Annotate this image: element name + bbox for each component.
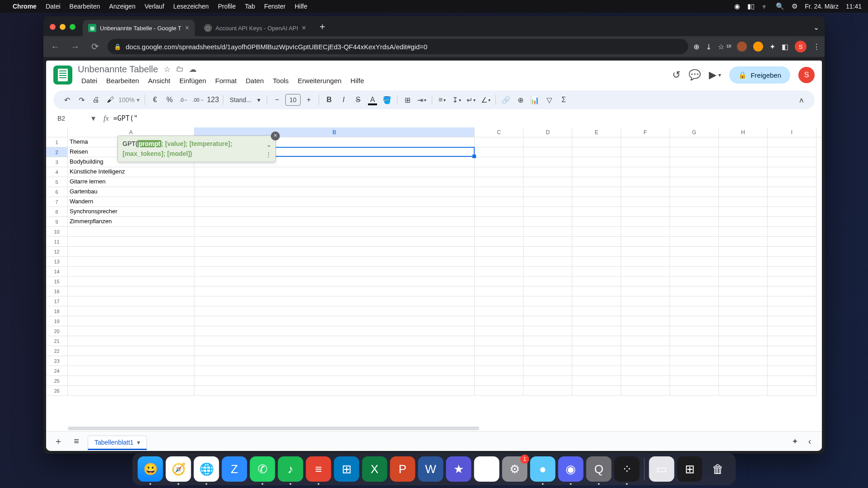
row-header[interactable]: 8 [46, 207, 68, 217]
cell[interactable] [670, 147, 719, 157]
cell[interactable] [768, 227, 816, 237]
cell[interactable] [670, 296, 719, 306]
cell[interactable] [475, 386, 524, 396]
cell[interactable] [194, 277, 475, 286]
tooltip-expand-icon[interactable]: ⌄ [266, 140, 272, 150]
cell[interactable] [194, 237, 475, 247]
cell[interactable] [670, 237, 719, 247]
menu-bearbeiten[interactable]: Bearbeiten [103, 75, 143, 86]
fill-color-button[interactable]: 🪣 [381, 93, 393, 107]
cell[interactable] [194, 267, 475, 277]
cell[interactable] [68, 237, 194, 247]
profile-avatar[interactable]: S [798, 67, 815, 83]
tab-close-icon[interactable]: × [185, 24, 189, 32]
cell[interactable] [719, 177, 768, 187]
cell[interactable] [621, 346, 670, 356]
paint-format-button[interactable]: 🖌 [104, 93, 117, 107]
cell[interactable] [524, 147, 572, 157]
cell[interactable] [621, 167, 670, 177]
menubar-item[interactable]: Tab [245, 3, 255, 10]
row-header[interactable]: 19 [46, 316, 68, 326]
menu-einfuegen[interactable]: Einfügen [176, 75, 210, 86]
cell[interactable] [719, 336, 768, 346]
new-tab-button[interactable]: ＋ [318, 20, 327, 33]
chrome-icon[interactable]: 🌐 [194, 456, 219, 482]
cell[interactable] [719, 227, 768, 237]
word-icon[interactable]: W [418, 456, 443, 482]
cell[interactable] [719, 167, 768, 177]
cell[interactable] [475, 227, 524, 237]
cell[interactable] [524, 326, 572, 336]
cell[interactable] [194, 286, 475, 296]
cell[interactable] [670, 306, 719, 316]
cell[interactable] [475, 147, 524, 157]
row-header[interactable]: 18 [46, 306, 68, 316]
cell[interactable] [670, 316, 719, 326]
column-header[interactable]: C [475, 127, 524, 137]
cell[interactable] [524, 247, 572, 257]
row-header[interactable]: 17 [46, 296, 68, 306]
cell[interactable] [768, 366, 816, 376]
cell[interactable] [768, 147, 816, 157]
cell[interactable] [719, 366, 768, 376]
install-app-icon[interactable]: ⤓ [706, 42, 712, 51]
cell[interactable] [194, 227, 475, 237]
cell[interactable] [524, 217, 572, 227]
spreadsheet-grid[interactable]: ABCDEFGHI 1Thema2Reisen3Bodybuilding4Kün… [46, 127, 822, 431]
cell[interactable] [768, 267, 816, 277]
cell[interactable] [670, 277, 719, 286]
italic-button[interactable]: I [337, 93, 350, 107]
cell[interactable] [719, 316, 768, 326]
functions-button[interactable]: Σ [557, 93, 570, 107]
column-header[interactable]: G [670, 127, 719, 137]
cell[interactable] [68, 257, 194, 267]
cell[interactable] [768, 277, 816, 286]
trello-icon[interactable]: ⊞ [334, 456, 359, 482]
column-header[interactable]: E [572, 127, 621, 137]
browser-tab-active[interactable]: ▦ Unbenannte Tabelle - Google T × [83, 20, 195, 36]
cell[interactable] [621, 386, 670, 396]
row-header[interactable]: 13 [46, 257, 68, 267]
imovie-icon[interactable]: ★ [446, 456, 472, 482]
percent-button[interactable]: % [163, 93, 176, 107]
cell[interactable] [768, 326, 816, 336]
cell[interactable] [524, 227, 572, 237]
cell[interactable] [768, 177, 816, 187]
todoist-icon[interactable]: ≡ [306, 456, 331, 482]
cell[interactable] [768, 137, 816, 147]
cell[interactable] [670, 366, 719, 376]
tooltip-menu-icon[interactable]: ⋮ [265, 150, 272, 160]
zoom-select[interactable]: 100%▾ [118, 96, 141, 103]
doc-title[interactable]: Unbenannte Tabelle [78, 64, 158, 75]
bold-button[interactable]: B [323, 93, 335, 107]
menubar-time[interactable]: 11:41 [846, 3, 862, 10]
cell[interactable] [572, 197, 621, 207]
cell[interactable] [621, 366, 670, 376]
cell[interactable] [768, 157, 816, 167]
cell[interactable] [68, 247, 194, 257]
cell[interactable] [670, 217, 719, 227]
cell[interactable] [572, 296, 621, 306]
screen-record-icon[interactable]: ◉ [734, 2, 740, 10]
cell[interactable] [719, 257, 768, 267]
menubar-date[interactable]: Fr. 24. März [805, 3, 839, 10]
cell[interactable] [768, 286, 816, 296]
cell[interactable] [524, 366, 572, 376]
cell[interactable] [621, 336, 670, 346]
cell[interactable] [719, 147, 768, 157]
cell[interactable] [524, 137, 572, 147]
sheet-tab[interactable]: Tabellenblatt1 ▾ [88, 436, 147, 450]
cell[interactable] [768, 336, 816, 346]
cell[interactable] [572, 336, 621, 346]
nav-back-button[interactable]: ← [48, 42, 62, 52]
nav-reload-button[interactable]: ⟳ [88, 41, 102, 52]
cell[interactable] [768, 167, 816, 177]
cell[interactable] [719, 137, 768, 147]
window-close-button[interactable] [50, 24, 56, 30]
cell[interactable] [768, 217, 816, 227]
cell[interactable] [194, 247, 475, 257]
cell[interactable] [670, 187, 719, 197]
cell[interactable] [524, 277, 572, 286]
cell[interactable] [475, 177, 524, 187]
cell[interactable] [475, 157, 524, 167]
